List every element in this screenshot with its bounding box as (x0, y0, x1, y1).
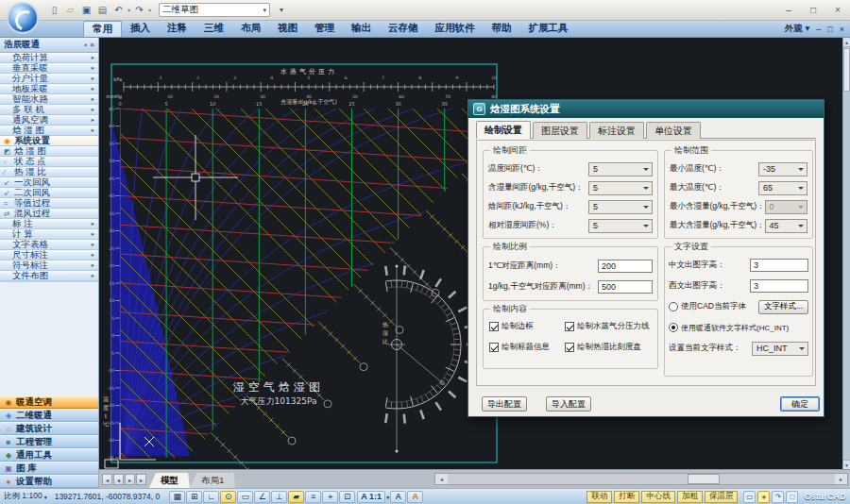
window-minimize-button[interactable]: – (776, 3, 801, 18)
dropdown[interactable]: 65 (758, 181, 808, 195)
layout-nav-icon[interactable]: ◂ (102, 474, 112, 485)
scroll-down-icon[interactable]: ▼ (843, 460, 850, 469)
dropdown[interactable]: 5 (588, 200, 653, 214)
ribbon-tab[interactable]: 注释 (159, 21, 196, 37)
vertical-scrollbar[interactable]: ▲ ▼ (842, 38, 850, 469)
ribbon-tab[interactable]: 扩展工具 (520, 21, 577, 37)
sidebar-category-5[interactable]: ▣图 库 (0, 462, 98, 475)
sidebar-category-hvac[interactable]: ◉暖通空调 (0, 395, 98, 409)
selection-cycle-icon[interactable]: ⌖ (322, 491, 338, 503)
grid-icon[interactable]: ⊞ (186, 491, 202, 503)
hscroll-track[interactable] (448, 474, 835, 484)
layout-nav-icon[interactable]: ▸ (125, 474, 135, 485)
radio-use-hvac-style[interactable] (669, 323, 678, 332)
polar-icon[interactable]: ⊙ (220, 491, 236, 503)
redo-icon[interactable]: ↷ (132, 3, 146, 17)
vscroll-thumb[interactable] (843, 48, 850, 92)
undo-dropdown-icon[interactable]: ▾ (128, 7, 130, 13)
ribbon-tab[interactable]: 输出 (343, 21, 380, 37)
dialog-titlebar[interactable]: G 焓湿图系统设置 (468, 100, 824, 118)
current-style-combo[interactable]: HC_INT (752, 342, 808, 356)
layout-tab[interactable]: 模型 (149, 473, 190, 488)
dynamic-input-icon[interactable]: ▰ (288, 491, 304, 503)
dropdown[interactable]: 5 (588, 181, 653, 195)
window-close-button[interactable]: × (825, 3, 850, 18)
quick-view-icon[interactable]: ⊡ (339, 491, 355, 503)
redo-dropdown-icon[interactable]: ▾ (148, 7, 151, 13)
scroll-right-icon[interactable]: ▸ (835, 474, 847, 484)
ribbon-tab[interactable]: 插入 (122, 21, 159, 37)
lineweight-icon[interactable]: ≡ (305, 491, 321, 503)
checkbox-item[interactable]: 绘制标题信息 (489, 342, 565, 353)
app-logo-icon[interactable] (7, 2, 39, 34)
checkbox-item[interactable]: 绘制水蒸气分压力线 (565, 321, 652, 332)
fullscreen-icon[interactable]: □ (786, 491, 798, 503)
checkbox-item[interactable]: 绘制热湿比刻度盘 (565, 342, 652, 353)
workspace-combo[interactable]: 二维草图 ▾ (159, 3, 270, 17)
qat-customize-icon[interactable]: ▾ (280, 6, 283, 14)
hscroll-thumb[interactable] (688, 474, 720, 484)
ribbon-tab[interactable]: 云存储 (380, 21, 427, 37)
scroll-up-icon[interactable]: ▲ (843, 38, 850, 47)
checkbox[interactable] (565, 322, 574, 331)
sidebar-item[interactable]: 文件布图▸ (0, 271, 98, 281)
layout-nav-icon[interactable]: ▸ (136, 474, 146, 485)
scroll-left-icon[interactable]: ◂ (435, 474, 448, 484)
checkbox[interactable] (489, 343, 499, 352)
ribbon-tab[interactable]: 常用 (83, 21, 122, 37)
sidebar-category-4[interactable]: ◆通用工具 (0, 448, 98, 462)
checkbox[interactable] (489, 322, 499, 331)
dialog-tab[interactable]: 图层设置 (533, 122, 587, 139)
text-style-button[interactable]: 文字样式... (758, 300, 808, 314)
scale-dropdown[interactable]: 比例 1:100 ▾ (4, 491, 47, 502)
dropdown[interactable]: 5 (588, 162, 653, 176)
toggle-button[interactable]: 保温层 (705, 491, 739, 503)
ribbon-close-button[interactable]: × (840, 25, 844, 34)
export-config-button[interactable]: 导出配置 (482, 396, 527, 412)
text-input[interactable]: 200 (598, 260, 653, 273)
window-restore-button[interactable]: □ (801, 3, 825, 18)
pin-icon[interactable]: ▪ (84, 41, 87, 49)
en-height-input[interactable]: 3 (750, 279, 808, 293)
checkbox[interactable] (565, 343, 574, 352)
snap-icon[interactable]: ▦ (169, 491, 185, 503)
checkbox-item[interactable]: 绘制边框 (489, 321, 565, 332)
sidebar-category-6[interactable]: ●设置帮助 (0, 475, 98, 488)
dialog-tab[interactable]: 绘制设置 (476, 121, 531, 139)
appearance-dropdown[interactable]: 外观 ▾ (785, 23, 809, 35)
horizontal-scrollbar[interactable]: ◂ ▸ (434, 473, 848, 485)
dialog-tab[interactable]: 单位设置 (646, 122, 701, 139)
sidebar-category-3[interactable]: ■工程管理 (0, 435, 98, 448)
ortho-icon[interactable]: ∟ (203, 491, 219, 503)
annotation-scale-button[interactable]: A 1:1 ▾ A A (357, 491, 423, 503)
ok-button[interactable]: 确定 (780, 396, 820, 412)
layout-tab[interactable]: 布局1 (190, 473, 235, 488)
ribbon-tab[interactable]: 管理 (306, 21, 343, 37)
undo-icon[interactable]: ↶ (111, 3, 126, 17)
print-icon[interactable]: ▤ (95, 3, 110, 17)
monitor-icon[interactable]: ▭ (743, 491, 756, 503)
sidebar-category-2[interactable]: ⌂建筑设计 (0, 422, 98, 435)
close-panel-icon[interactable]: × (90, 41, 94, 49)
toggle-button[interactable]: 加粗 (677, 491, 703, 503)
dynamic-ucs-icon[interactable]: ⊥ (271, 491, 287, 503)
save-icon[interactable]: ▣ (79, 3, 94, 17)
dialog-tab[interactable]: 标注设置 (589, 122, 644, 139)
open-file-icon[interactable]: ▱ (63, 3, 77, 17)
ribbon-tab[interactable]: 应用软件 (427, 21, 484, 37)
object-snap-icon[interactable]: ▭ (237, 491, 253, 503)
new-file-icon[interactable]: ▯ (47, 3, 61, 17)
dropdown[interactable]: 5 (588, 219, 653, 233)
ribbon-tab[interactable]: 帮助 (484, 21, 520, 37)
ribbon-minimize-button[interactable]: – (816, 25, 821, 34)
cn-height-input[interactable]: 3 (750, 259, 808, 272)
layout-nav-icon[interactable]: ◂ (113, 474, 124, 485)
lightbulb-icon[interactable]: ● (757, 491, 770, 503)
ribbon-tab[interactable]: 三维 (196, 21, 232, 37)
sync-icon[interactable]: ↷ (772, 491, 784, 503)
dropdown[interactable]: -35 (758, 162, 808, 176)
toggle-button[interactable]: 中心线 (641, 491, 675, 503)
radio-use-cad-font[interactable] (669, 302, 678, 311)
annotation-visibility-icon[interactable]: A (390, 491, 406, 503)
ribbon-tab[interactable]: 布局 (232, 21, 269, 37)
